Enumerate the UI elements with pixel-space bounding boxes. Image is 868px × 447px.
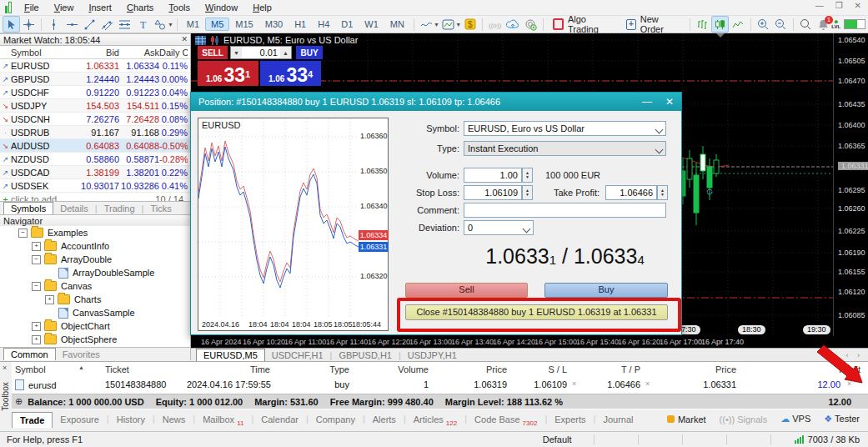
column-type[interactable]: Type	[283, 364, 349, 374]
close-position-icon[interactable]: ×	[847, 379, 851, 388]
zoom-out-icon[interactable]	[772, 16, 790, 33]
tree-item-canvas[interactable]: − Canvas	[0, 279, 190, 293]
dialog-minimize-icon[interactable]: —	[642, 96, 652, 108]
column-symbol[interactable]: Symbol	[11, 48, 74, 58]
column-price-open[interactable]: Price	[432, 364, 507, 374]
community-icon[interactable]	[522, 16, 539, 33]
tree-item-objectchart[interactable]: + ObjectChart	[0, 319, 190, 333]
comment-input[interactable]	[464, 203, 666, 218]
sell-button[interactable]: Sell	[405, 283, 528, 298]
chart-tab-eurusd-m5[interactable]: EURUSD,M5	[196, 349, 265, 361]
tree-item-arraydouble[interactable]: − ArrayDouble	[0, 253, 190, 266]
close-position-button[interactable]: Close #150148384880 buy 1 EURUSD 1.06319…	[405, 304, 668, 320]
vps-button[interactable]: ☁ VPS	[780, 414, 810, 424]
line-studies-icon[interactable]	[418, 16, 435, 33]
tab-favorites[interactable]: Favorites	[56, 349, 107, 360]
indicators-dropdown-icon[interactable]: ▼	[455, 22, 461, 28]
fibonacci-icon[interactable]	[116, 16, 133, 33]
one-click-buy-button[interactable]: BUY	[296, 46, 323, 59]
market-watch-row-usdcnh[interactable]: ↘ USDCNH 7.26276 7.26428 0.08%	[0, 113, 190, 126]
timeframe-m5[interactable]: M5	[205, 18, 229, 31]
column-tp[interactable]: T / P	[574, 364, 640, 374]
market-watch-row-audusd[interactable]: ↘ AUDUSD 0.64083 0.64088 -0.50%	[0, 139, 190, 153]
chart-tab-usdjpy-h1[interactable]: USDJPY,H1	[401, 349, 464, 361]
vertical-line-icon[interactable]	[45, 16, 63, 33]
timeframe-w1[interactable]: W1	[359, 18, 384, 31]
collapse-icon[interactable]: −	[32, 282, 41, 291]
take-profit-input[interactable]: 1.06466	[605, 185, 657, 200]
volume-input[interactable]: 1.00	[464, 168, 522, 183]
timeframe-m30[interactable]: M30	[259, 18, 288, 31]
menu-window[interactable]: Window	[198, 2, 245, 13]
column-ask[interactable]: Ask	[119, 48, 159, 58]
window-restore-button[interactable]: ❐	[835, 1, 843, 10]
dialog-title-bar[interactable]: Position: #150148384880 buy 1 EURUSD 1.0…	[191, 93, 681, 111]
shapes-icon[interactable]	[152, 16, 169, 33]
menu-view[interactable]: View	[47, 2, 82, 13]
column-volume[interactable]: Volume	[354, 364, 429, 374]
chart-tab-usdchf-h1[interactable]: USDCHF,H1	[265, 349, 330, 361]
stop-loss-input[interactable]: 1.06109	[464, 185, 522, 200]
market-watch-row-nzdusd[interactable]: ↗ NZDUSD 0.58860 0.58871 -0.28%	[0, 153, 190, 166]
tab-trading[interactable]: Trading	[98, 203, 142, 214]
price-scale[interactable]: 1.06540 1.06505 1.06470 1.06435 1.06400 …	[833, 33, 868, 336]
volume-increase-icon[interactable]: ▲	[280, 47, 291, 58]
tab-journal[interactable]: Journal	[595, 412, 640, 427]
notifications-button[interactable]: 1	[815, 17, 831, 32]
tab-alerts[interactable]: Alerts	[365, 412, 404, 427]
column-symbol[interactable]: Symbol	[15, 364, 46, 374]
tab-details[interactable]: Details	[53, 203, 95, 214]
market-watch-row-usdchf[interactable]: ↗ USDCHF 0.91220 0.91223 0.04%	[0, 86, 190, 99]
shapes-dropdown-icon[interactable]: ▼	[168, 22, 173, 28]
tab-symbols[interactable]: Symbols	[3, 202, 53, 214]
expand-icon[interactable]: +	[32, 322, 41, 331]
one-click-volume-value[interactable]: 0.01	[242, 47, 280, 58]
menu-insert[interactable]: Insert	[81, 2, 119, 13]
buy-button[interactable]: Buy	[544, 283, 668, 298]
tree-item-accountinfo[interactable]: + AccountInfo	[0, 239, 190, 253]
tab-history[interactable]: History	[109, 412, 153, 427]
timeframe-m15[interactable]: M15	[229, 18, 258, 31]
column-price-current[interactable]: Price	[661, 364, 736, 374]
broadcast-icon[interactable]: ((o))	[486, 16, 504, 33]
take-profit-stepper[interactable]: ▲▼	[657, 185, 668, 200]
horizontal-line-icon[interactable]	[63, 16, 81, 33]
market-button[interactable]: Market	[667, 414, 706, 424]
volume-stepper[interactable]: ▲▼	[522, 168, 533, 183]
expand-icon[interactable]: +	[32, 242, 41, 251]
deviation-select[interactable]: 0	[464, 220, 534, 235]
time-axis[interactable]: 16 Apr 2024 16 Apr 10:20 16 Apr 11:00 16…	[191, 336, 868, 348]
tab-ticks[interactable]: Ticks	[143, 203, 178, 214]
remove-tp-icon[interactable]: ×	[645, 379, 650, 388]
tree-item-arraydoublesample[interactable]: ArrayDoubleSample	[0, 266, 190, 279]
menu-help[interactable]: Help	[245, 2, 279, 13]
cloud-icon[interactable]	[504, 16, 522, 33]
tab-code-base[interactable]: Code Base 7302	[467, 412, 544, 431]
column-daily-change[interactable]: Daily C...	[159, 48, 188, 58]
one-click-sell-price[interactable]: 1.06331	[198, 61, 258, 86]
market-watch-row-usdsek[interactable]: ↗ USDSEK 10.93017 10.93286 0.41%	[0, 179, 190, 193]
window-minimize-button[interactable]: —	[815, 1, 824, 10]
column-ticket[interactable]: Ticket	[105, 364, 129, 374]
tree-item-charts[interactable]: + Charts	[0, 293, 190, 306]
market-watch-row-usdrub[interactable]: · USDRUB 91.167 91.168 0.29%	[0, 126, 190, 139]
line-studies-dropdown-icon[interactable]: ▼	[434, 22, 439, 28]
candlestick-icon[interactable]	[711, 16, 729, 33]
type-select[interactable]: Instant Execution	[464, 141, 666, 156]
currency-icon[interactable]: $	[461, 16, 479, 33]
status-profile[interactable]: Default	[543, 434, 572, 444]
menu-charts[interactable]: Charts	[119, 2, 161, 13]
market-watch-row-usdjpy[interactable]: ↘ USDJPY 154.503 154.511 0.15%	[0, 99, 190, 113]
cursor-icon[interactable]	[3, 16, 20, 33]
one-click-sell-button[interactable]: SELL	[198, 46, 228, 59]
timeframe-d1[interactable]: D1	[335, 18, 359, 31]
column-time[interactable]: Time	[187, 364, 270, 374]
signals-button[interactable]: ((•)) Signals	[720, 414, 768, 424]
tab-news[interactable]: News	[155, 412, 193, 427]
text-icon[interactable]: T	[133, 16, 151, 33]
chart-tab-gbpusd-h1[interactable]: GBPUSD,H1	[332, 349, 399, 361]
tab-trade[interactable]: Trade	[12, 412, 53, 428]
line-chart-icon[interactable]	[729, 16, 746, 33]
tree-item-examples[interactable]: − Examples	[0, 226, 190, 239]
tab-calendar[interactable]: Calendar	[253, 412, 306, 427]
